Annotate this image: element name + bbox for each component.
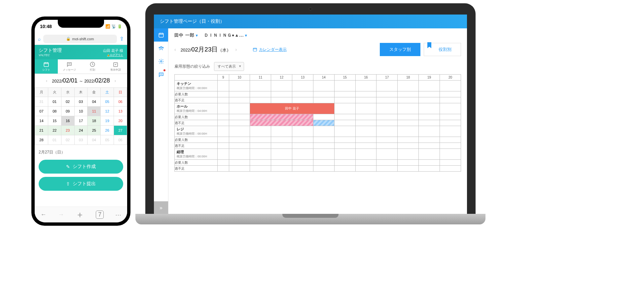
hour-20: 20	[440, 75, 461, 81]
day-06[interactable]: 06	[114, 97, 127, 107]
day-05[interactable]: 05	[101, 135, 114, 145]
weekday-1: 火	[48, 88, 61, 97]
laptop-screen: シフト管理ページ（日・役割） » 田中 一郎	[154, 15, 467, 214]
day-25[interactable]: 25	[88, 126, 101, 135]
hour-18: 18	[398, 75, 419, 81]
day-10[interactable]: 10	[74, 107, 88, 116]
tab-3[interactable]: 有休申請	[104, 59, 127, 74]
day-14[interactable]: 14	[35, 116, 48, 126]
logout-link[interactable]: 🔒ログアウト	[103, 53, 123, 57]
day-01[interactable]: 01	[48, 97, 61, 107]
url-bar[interactable]: 🔒 mot-shift.com	[43, 35, 117, 43]
day-28[interactable]: 28	[35, 135, 48, 145]
browser-bar: ⌕ 🔒 mot-shift.com ⇪	[35, 33, 127, 45]
day-22[interactable]: 22	[48, 126, 61, 135]
status-icons: 📶 📡 🔋	[105, 24, 122, 29]
svg-point-13	[161, 74, 162, 74]
svg-point-10	[160, 61, 162, 62]
selected-date: 2月27日（日）	[35, 145, 127, 160]
short-label: 過不足	[175, 166, 218, 172]
svg-rect-14	[253, 48, 257, 51]
day-27[interactable]: 27	[114, 126, 127, 135]
day-06[interactable]: 06	[114, 135, 127, 145]
url-text: mot-shift.com	[72, 37, 94, 41]
day-21[interactable]: 21	[35, 126, 48, 135]
tabs-count[interactable]: 7	[96, 211, 104, 219]
day-01[interactable]: 01	[48, 135, 61, 145]
phone-frame: 10:48 📶 📡 🔋 ⌕ 🔒 mot-shift.com ⇪ シフト管理 VA…	[31, 16, 130, 226]
weekday-5: 土	[101, 88, 114, 97]
day-03[interactable]: 03	[74, 135, 88, 145]
day-11[interactable]: 11	[88, 107, 101, 116]
day-13[interactable]: 13	[114, 107, 127, 116]
day-04[interactable]: 04	[88, 135, 101, 145]
share-icon[interactable]: ⇪	[120, 36, 124, 42]
day-08[interactable]: 08	[48, 107, 61, 116]
create-shift-button[interactable]: ✎ シフト作成	[39, 160, 123, 174]
status-time: 10:48	[40, 24, 52, 29]
keychain-icon[interactable]: ⌕	[38, 36, 41, 42]
day-03[interactable]: 03	[74, 97, 88, 107]
sidebar-collapse[interactable]: »	[154, 201, 168, 214]
tab-role[interactable]: 役割別	[424, 43, 461, 56]
tab-2[interactable]: 打刻	[81, 59, 104, 74]
app-header: シフト管理 VALTEC 山田 花子 様 🔒ログアウト	[35, 45, 127, 59]
current-date: 2022/02月23日（水）	[181, 45, 231, 54]
day-02[interactable]: 02	[61, 135, 74, 145]
svg-point-7	[160, 47, 162, 48]
sidebar: »	[154, 28, 168, 214]
phone-notch	[58, 20, 104, 28]
sidebar-settings-icon[interactable]	[154, 55, 168, 68]
day-26[interactable]: 26	[101, 126, 114, 135]
back-icon[interactable]: ←	[41, 211, 47, 218]
day-02[interactable]: 02	[61, 97, 74, 107]
date-prev[interactable]: ‹	[174, 47, 176, 52]
laptop-hinge	[282, 214, 339, 218]
day-16[interactable]: 16	[61, 116, 74, 126]
day-24[interactable]: 24	[74, 126, 88, 135]
day-15[interactable]: 15	[48, 116, 61, 126]
sidebar-shift-icon[interactable]	[154, 28, 168, 42]
submit-shift-button[interactable]: ⇧ シフト提出	[39, 177, 123, 191]
day-20[interactable]: 20	[114, 116, 127, 126]
day-07[interactable]: 07	[35, 107, 48, 116]
laptop-base	[135, 214, 485, 224]
range-prev[interactable]: ‹	[44, 78, 49, 83]
day-17[interactable]: 17	[74, 116, 88, 126]
day-31[interactable]: 31	[35, 97, 48, 107]
day-04[interactable]: 04	[88, 97, 101, 107]
more-icon[interactable]: ⋯	[115, 211, 121, 218]
tab-1[interactable]: メッセージ	[58, 59, 81, 74]
svg-rect-6	[159, 33, 163, 37]
svg-point-12	[161, 74, 161, 74]
hour-17: 17	[376, 75, 398, 81]
new-tab-icon[interactable]: ＋	[76, 209, 84, 220]
shift-bar[interactable]: 田中 花子	[250, 103, 334, 114]
schedule-table: 91011121314151617181920キッチン概算労働時間：00:00H…	[174, 74, 461, 172]
day-09[interactable]: 09	[61, 107, 74, 116]
hour-9: 9	[218, 75, 229, 81]
tab-staff[interactable]: スタッフ別	[380, 43, 420, 56]
upload-icon: ⇧	[66, 181, 70, 186]
short-label: 過不足	[175, 120, 218, 126]
calendar-view-link[interactable]: カレンダー表示	[253, 47, 287, 52]
hour-12: 12	[271, 75, 292, 81]
sidebar-people-icon[interactable]	[154, 42, 168, 55]
location-dropdown[interactable]: ＤＩＮＩＮＧ●▲...	[204, 32, 248, 38]
date-next[interactable]: ›	[235, 47, 237, 52]
day-19[interactable]: 19	[101, 116, 114, 126]
tab-0[interactable]: シフト	[35, 59, 58, 74]
day-12[interactable]: 12	[101, 107, 114, 116]
day-05[interactable]: 05	[101, 97, 114, 107]
req-label: 必要人数	[175, 137, 218, 143]
day-23[interactable]: 23	[61, 126, 74, 135]
weekday-0: 月	[35, 88, 48, 97]
forward-icon[interactable]: →	[58, 211, 64, 218]
lock-icon: 🔒	[66, 37, 71, 41]
sidebar-message-icon[interactable]	[154, 68, 168, 81]
filter-select[interactable]: すべて表示	[214, 62, 244, 71]
range-next[interactable]: ›	[113, 78, 118, 83]
user-dropdown[interactable]: 田中 一郎	[174, 32, 198, 38]
hour-11: 11	[250, 75, 271, 81]
day-18[interactable]: 18	[88, 116, 101, 126]
